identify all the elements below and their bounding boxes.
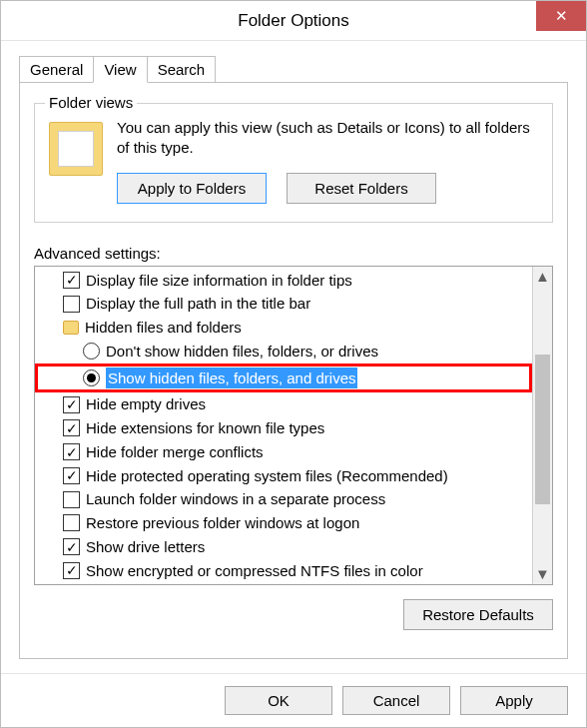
list-item-label: Display the full path in the title bar: [86, 293, 310, 315]
list-item-label: Hide empty drives: [86, 393, 206, 415]
folder-options-window: Folder Options ✕ General View Search Fol…: [0, 0, 587, 728]
list-item[interactable]: Show pop-up description for folder and d…: [35, 582, 532, 583]
checkbox-icon[interactable]: [63, 562, 80, 579]
checkbox-icon[interactable]: [63, 538, 80, 555]
close-icon: ✕: [555, 7, 568, 25]
checkbox-icon[interactable]: [63, 272, 80, 289]
radio-icon[interactable]: [83, 343, 100, 360]
list-item-label: Hide extensions for known file types: [86, 417, 324, 439]
list-item[interactable]: Launch folder windows in a separate proc…: [35, 487, 532, 511]
checkbox-icon[interactable]: [63, 396, 80, 413]
list-item[interactable]: Hidden files and folders: [35, 316, 532, 340]
scroll-down-button[interactable]: ▼: [533, 564, 552, 584]
list-item[interactable]: Display the full path in the title bar: [35, 292, 532, 316]
folder-views-icon: [49, 122, 103, 176]
chevron-down-icon: ▼: [535, 565, 550, 582]
dialog-footer: OK Cancel Apply: [1, 673, 586, 727]
folder-views-description: You can apply this view (such as Details…: [117, 118, 538, 159]
list-item[interactable]: Hide extensions for known file types: [35, 416, 532, 440]
list-item-label: Show drive letters: [86, 536, 205, 558]
checkbox-icon[interactable]: [63, 514, 80, 531]
scroll-track[interactable]: [533, 287, 552, 564]
list-item-label: Show encrypted or compressed NTFS files …: [86, 560, 423, 582]
apply-button[interactable]: Apply: [460, 686, 568, 715]
radio-icon[interactable]: [83, 369, 100, 386]
list-item-label: Show hidden files, folders, and drives: [106, 367, 357, 389]
scrollbar: ▲ ▼: [532, 267, 552, 584]
list-item[interactable]: Show drive letters: [35, 535, 532, 559]
apply-to-folders-button[interactable]: Apply to Folders: [117, 173, 267, 204]
scroll-up-button[interactable]: ▲: [533, 267, 552, 287]
checkbox-icon[interactable]: [63, 296, 80, 313]
list-item-label: Display file size information in folder …: [86, 270, 352, 292]
folder-views-group: Folder views You can apply this view (su…: [34, 103, 553, 223]
window-title: Folder Options: [238, 11, 349, 31]
highlight-annotation: Show hidden files, folders, and drives: [35, 364, 532, 393]
tab-strip: General View Search: [19, 53, 568, 83]
chevron-up-icon: ▲: [535, 268, 550, 285]
checkbox-icon[interactable]: [63, 467, 80, 484]
list-item-label: Restore previous folder windows at logon: [86, 512, 359, 534]
checkbox-icon[interactable]: [63, 491, 80, 508]
tab-view[interactable]: View: [93, 56, 147, 83]
tab-general[interactable]: General: [19, 56, 94, 83]
folder-views-legend: Folder views: [45, 94, 137, 111]
list-item[interactable]: Hide protected operating system files (R…: [35, 464, 532, 488]
close-button[interactable]: ✕: [536, 1, 586, 31]
folder-icon: [63, 321, 79, 335]
checkbox-icon[interactable]: [63, 419, 80, 436]
list-item-label: Don't show hidden files, folders, or dri…: [106, 341, 378, 363]
list-item-label: Hidden files and folders: [85, 317, 242, 339]
restore-defaults-button[interactable]: Restore Defaults: [403, 599, 553, 630]
list-item[interactable]: Display file size information in folder …: [35, 269, 532, 293]
list-item[interactable]: Restore previous folder windows at logon: [35, 511, 532, 535]
list-item[interactable]: Show hidden files, folders, and drives: [38, 366, 529, 390]
content-area: General View Search Folder views You can…: [1, 41, 586, 673]
titlebar: Folder Options ✕: [1, 1, 586, 41]
advanced-settings-label: Advanced settings:: [34, 245, 553, 262]
list-content: Display file size information in folder …: [35, 267, 532, 584]
checkbox-icon[interactable]: [63, 443, 80, 460]
advanced-settings-list: Display file size information in folder …: [34, 266, 553, 585]
scroll-thumb[interactable]: [535, 355, 550, 504]
cancel-button[interactable]: Cancel: [342, 686, 450, 715]
list-item[interactable]: Don't show hidden files, folders, or dri…: [35, 340, 532, 364]
list-item-label: Launch folder windows in a separate proc…: [86, 488, 385, 510]
list-item-label: Hide folder merge conflicts: [86, 441, 264, 463]
reset-folders-button[interactable]: Reset Folders: [287, 173, 436, 204]
list-item[interactable]: Show encrypted or compressed NTFS files …: [35, 559, 532, 583]
list-item[interactable]: Hide folder merge conflicts: [35, 440, 532, 464]
list-item-label: Hide protected operating system files (R…: [86, 465, 448, 487]
list-item[interactable]: Hide empty drives: [35, 392, 532, 416]
ok-button[interactable]: OK: [225, 686, 332, 715]
tab-pane-view: Folder views You can apply this view (su…: [19, 83, 568, 659]
tab-search[interactable]: Search: [147, 56, 217, 83]
